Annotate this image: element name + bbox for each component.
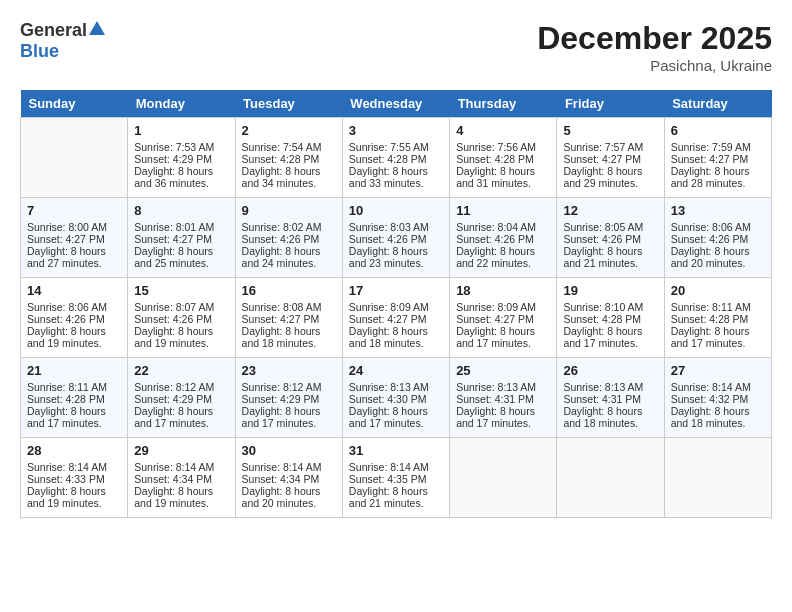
sunrise-time: Sunrise: 8:14 AM — [27, 461, 121, 473]
sunset-time: Sunset: 4:27 PM — [349, 313, 443, 325]
page-header: General Blue December 2025 Pasichna, Ukr… — [20, 20, 772, 74]
table-row: 12 Sunrise: 8:05 AM Sunset: 4:26 PM Dayl… — [557, 198, 664, 278]
day-number: 19 — [563, 283, 657, 298]
table-row: 22 Sunrise: 8:12 AM Sunset: 4:29 PM Dayl… — [128, 358, 235, 438]
sunrise-time: Sunrise: 8:08 AM — [242, 301, 336, 313]
daylight-hours: Daylight: 8 hours and 19 minutes. — [134, 485, 228, 509]
sunrise-time: Sunrise: 8:06 AM — [671, 221, 765, 233]
day-number: 2 — [242, 123, 336, 138]
sunset-time: Sunset: 4:27 PM — [134, 233, 228, 245]
sunrise-time: Sunrise: 8:05 AM — [563, 221, 657, 233]
sunrise-time: Sunrise: 8:14 AM — [134, 461, 228, 473]
sunset-time: Sunset: 4:27 PM — [27, 233, 121, 245]
daylight-hours: Daylight: 8 hours and 17 minutes. — [242, 405, 336, 429]
daylight-hours: Daylight: 8 hours and 19 minutes. — [134, 325, 228, 349]
daylight-hours: Daylight: 8 hours and 27 minutes. — [27, 245, 121, 269]
daylight-hours: Daylight: 8 hours and 17 minutes. — [563, 325, 657, 349]
logo-general-text: General — [20, 20, 87, 41]
day-number: 3 — [349, 123, 443, 138]
table-row — [21, 118, 128, 198]
sunrise-time: Sunrise: 8:07 AM — [134, 301, 228, 313]
sunrise-time: Sunrise: 8:10 AM — [563, 301, 657, 313]
sunrise-time: Sunrise: 7:56 AM — [456, 141, 550, 153]
sunset-time: Sunset: 4:28 PM — [349, 153, 443, 165]
sunset-time: Sunset: 4:31 PM — [563, 393, 657, 405]
sunset-time: Sunset: 4:31 PM — [456, 393, 550, 405]
daylight-hours: Daylight: 8 hours and 20 minutes. — [671, 245, 765, 269]
sunrise-time: Sunrise: 7:55 AM — [349, 141, 443, 153]
sunset-time: Sunset: 4:27 PM — [456, 313, 550, 325]
sunset-time: Sunset: 4:30 PM — [349, 393, 443, 405]
table-row: 3 Sunrise: 7:55 AM Sunset: 4:28 PM Dayli… — [342, 118, 449, 198]
table-row: 1 Sunrise: 7:53 AM Sunset: 4:29 PM Dayli… — [128, 118, 235, 198]
daylight-hours: Daylight: 8 hours and 33 minutes. — [349, 165, 443, 189]
table-row: 31 Sunrise: 8:14 AM Sunset: 4:35 PM Dayl… — [342, 438, 449, 518]
daylight-hours: Daylight: 8 hours and 23 minutes. — [349, 245, 443, 269]
daylight-hours: Daylight: 8 hours and 21 minutes. — [563, 245, 657, 269]
table-row: 10 Sunrise: 8:03 AM Sunset: 4:26 PM Dayl… — [342, 198, 449, 278]
calendar-table: Sunday Monday Tuesday Wednesday Thursday… — [20, 90, 772, 518]
col-monday: Monday — [128, 90, 235, 118]
daylight-hours: Daylight: 8 hours and 18 minutes. — [671, 405, 765, 429]
sunrise-time: Sunrise: 8:02 AM — [242, 221, 336, 233]
day-number: 18 — [456, 283, 550, 298]
daylight-hours: Daylight: 8 hours and 25 minutes. — [134, 245, 228, 269]
table-row: 18 Sunrise: 8:09 AM Sunset: 4:27 PM Dayl… — [450, 278, 557, 358]
table-row: 23 Sunrise: 8:12 AM Sunset: 4:29 PM Dayl… — [235, 358, 342, 438]
daylight-hours: Daylight: 8 hours and 28 minutes. — [671, 165, 765, 189]
table-row: 9 Sunrise: 8:02 AM Sunset: 4:26 PM Dayli… — [235, 198, 342, 278]
daylight-hours: Daylight: 8 hours and 17 minutes. — [134, 405, 228, 429]
days-header-row: Sunday Monday Tuesday Wednesday Thursday… — [21, 90, 772, 118]
day-number: 11 — [456, 203, 550, 218]
sunrise-time: Sunrise: 8:13 AM — [563, 381, 657, 393]
sunset-time: Sunset: 4:26 PM — [349, 233, 443, 245]
sunset-time: Sunset: 4:26 PM — [134, 313, 228, 325]
table-row: 11 Sunrise: 8:04 AM Sunset: 4:26 PM Dayl… — [450, 198, 557, 278]
calendar-week-row: 21 Sunrise: 8:11 AM Sunset: 4:28 PM Dayl… — [21, 358, 772, 438]
table-row: 27 Sunrise: 8:14 AM Sunset: 4:32 PM Dayl… — [664, 358, 771, 438]
table-row: 30 Sunrise: 8:14 AM Sunset: 4:34 PM Dayl… — [235, 438, 342, 518]
table-row: 19 Sunrise: 8:10 AM Sunset: 4:28 PM Dayl… — [557, 278, 664, 358]
sunset-time: Sunset: 4:26 PM — [671, 233, 765, 245]
table-row: 5 Sunrise: 7:57 AM Sunset: 4:27 PM Dayli… — [557, 118, 664, 198]
daylight-hours: Daylight: 8 hours and 31 minutes. — [456, 165, 550, 189]
table-row: 6 Sunrise: 7:59 AM Sunset: 4:27 PM Dayli… — [664, 118, 771, 198]
day-number: 7 — [27, 203, 121, 218]
sunrise-time: Sunrise: 8:12 AM — [242, 381, 336, 393]
day-number: 17 — [349, 283, 443, 298]
calendar-week-row: 14 Sunrise: 8:06 AM Sunset: 4:26 PM Dayl… — [21, 278, 772, 358]
daylight-hours: Daylight: 8 hours and 29 minutes. — [563, 165, 657, 189]
table-row: 4 Sunrise: 7:56 AM Sunset: 4:28 PM Dayli… — [450, 118, 557, 198]
sunrise-time: Sunrise: 8:14 AM — [349, 461, 443, 473]
sunset-time: Sunset: 4:35 PM — [349, 473, 443, 485]
table-row: 2 Sunrise: 7:54 AM Sunset: 4:28 PM Dayli… — [235, 118, 342, 198]
sunrise-time: Sunrise: 8:13 AM — [349, 381, 443, 393]
sunset-time: Sunset: 4:28 PM — [563, 313, 657, 325]
daylight-hours: Daylight: 8 hours and 34 minutes. — [242, 165, 336, 189]
sunrise-time: Sunrise: 8:03 AM — [349, 221, 443, 233]
day-number: 1 — [134, 123, 228, 138]
sunset-time: Sunset: 4:27 PM — [242, 313, 336, 325]
daylight-hours: Daylight: 8 hours and 19 minutes. — [27, 485, 121, 509]
sunset-time: Sunset: 4:34 PM — [134, 473, 228, 485]
sunset-time: Sunset: 4:26 PM — [242, 233, 336, 245]
day-number: 25 — [456, 363, 550, 378]
sunrise-time: Sunrise: 8:06 AM — [27, 301, 121, 313]
daylight-hours: Daylight: 8 hours and 36 minutes. — [134, 165, 228, 189]
daylight-hours: Daylight: 8 hours and 18 minutes. — [242, 325, 336, 349]
sunrise-time: Sunrise: 8:11 AM — [671, 301, 765, 313]
daylight-hours: Daylight: 8 hours and 22 minutes. — [456, 245, 550, 269]
sunrise-time: Sunrise: 8:14 AM — [242, 461, 336, 473]
calendar-week-row: 7 Sunrise: 8:00 AM Sunset: 4:27 PM Dayli… — [21, 198, 772, 278]
sunset-time: Sunset: 4:26 PM — [456, 233, 550, 245]
day-number: 26 — [563, 363, 657, 378]
table-row: 29 Sunrise: 8:14 AM Sunset: 4:34 PM Dayl… — [128, 438, 235, 518]
day-number: 29 — [134, 443, 228, 458]
col-wednesday: Wednesday — [342, 90, 449, 118]
daylight-hours: Daylight: 8 hours and 17 minutes. — [27, 405, 121, 429]
table-row: 25 Sunrise: 8:13 AM Sunset: 4:31 PM Dayl… — [450, 358, 557, 438]
daylight-hours: Daylight: 8 hours and 17 minutes. — [456, 325, 550, 349]
table-row: 28 Sunrise: 8:14 AM Sunset: 4:33 PM Dayl… — [21, 438, 128, 518]
sunrise-time: Sunrise: 8:09 AM — [349, 301, 443, 313]
daylight-hours: Daylight: 8 hours and 24 minutes. — [242, 245, 336, 269]
